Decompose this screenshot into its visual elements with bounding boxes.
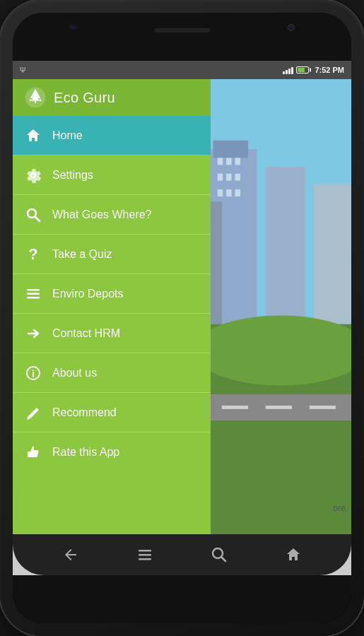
svg-rect-17 xyxy=(226,158,231,165)
svg-rect-29 xyxy=(266,406,292,409)
svg-rect-14 xyxy=(314,184,351,324)
svg-rect-28 xyxy=(222,406,248,409)
menu-item-settings[interactable]: Settings xyxy=(13,155,211,195)
menu-label-settings: Settings xyxy=(52,169,93,182)
svg-rect-15 xyxy=(211,201,222,324)
thumbsup-icon xyxy=(24,443,42,461)
svg-rect-20 xyxy=(226,174,231,181)
list-icon xyxy=(24,285,42,303)
status-left-icons: Ψ xyxy=(20,66,25,74)
home-icon xyxy=(24,126,42,145)
screen: Ψ 7:52 PM xyxy=(13,61,351,575)
signal-bar-3 xyxy=(288,69,290,74)
svg-rect-19 xyxy=(218,174,223,181)
menu-button[interactable] xyxy=(131,541,159,569)
menu-label-home: Home xyxy=(52,129,83,142)
menu-item-contact-hrm[interactable]: Contact HRM xyxy=(13,314,211,353)
search-nav-button[interactable] xyxy=(205,541,233,569)
svg-line-2 xyxy=(35,217,40,221)
signal-bar-2 xyxy=(286,70,288,74)
navigation-drawer: Eco Guru Home xyxy=(13,79,211,534)
status-time: 7:52 PM xyxy=(315,66,344,74)
svg-rect-4 xyxy=(27,293,40,295)
sensor xyxy=(69,25,76,30)
phone-device: Ψ 7:52 PM xyxy=(0,0,364,636)
svg-rect-13 xyxy=(266,167,305,324)
svg-rect-30 xyxy=(310,406,336,409)
signal-bar-4 xyxy=(291,67,293,74)
menu-label-rate-this-app: Rate this App xyxy=(52,446,119,459)
svg-point-26 xyxy=(211,315,351,385)
menu-item-rate-this-app[interactable]: Rate this App xyxy=(13,432,211,472)
svg-rect-9 xyxy=(28,452,30,457)
main-content: Eco Guru Home xyxy=(13,79,351,534)
bottom-navigation xyxy=(13,534,351,575)
menu-label-contact-hrm: Contact HRM xyxy=(52,327,120,340)
status-icons: 7:52 PM xyxy=(283,66,344,74)
top-bezel xyxy=(13,13,351,61)
svg-line-35 xyxy=(221,557,225,561)
menu-label-recommend: Recommend xyxy=(52,406,117,419)
menu-label-about-us: About us xyxy=(52,367,97,379)
drawer-header: Eco Guru xyxy=(13,79,211,116)
svg-rect-5 xyxy=(27,297,40,299)
speaker-grille xyxy=(154,27,211,33)
app-bottom-text: ore. xyxy=(333,503,348,513)
search-icon xyxy=(24,206,42,224)
menu-item-take-a-quiz[interactable]: ? Take a Quiz xyxy=(13,235,211,274)
back-button[interactable] xyxy=(57,541,85,569)
quiz-icon: ? xyxy=(24,245,42,264)
svg-rect-22 xyxy=(218,189,223,196)
svg-rect-23 xyxy=(226,189,231,196)
svg-point-8 xyxy=(33,370,34,371)
bottom-bezel xyxy=(13,575,351,623)
phone-inner: Ψ 7:52 PM xyxy=(13,13,351,623)
battery-icon xyxy=(296,66,309,73)
svg-rect-12 xyxy=(213,141,249,158)
background-scene xyxy=(211,79,351,534)
menu-label-what-goes-where: What Goes Where? xyxy=(52,208,152,221)
svg-rect-24 xyxy=(235,189,240,196)
status-bar: Ψ 7:52 PM xyxy=(13,61,351,79)
pencil-icon xyxy=(24,404,42,422)
svg-rect-3 xyxy=(27,289,40,291)
app-title: Eco Guru xyxy=(54,90,115,106)
menu-item-about-us[interactable]: About us xyxy=(13,353,211,393)
front-camera xyxy=(288,24,295,31)
menu-item-enviro-depots[interactable]: Enviro Depots xyxy=(13,274,211,314)
info-icon xyxy=(24,364,42,382)
svg-rect-16 xyxy=(218,158,223,165)
svg-rect-32 xyxy=(139,554,151,556)
svg-rect-31 xyxy=(139,550,151,552)
signal-icon xyxy=(283,66,293,74)
menu-item-what-goes-where[interactable]: What Goes Where? xyxy=(13,195,211,235)
svg-rect-33 xyxy=(139,558,151,560)
menu-item-recommend[interactable]: Recommend xyxy=(13,393,211,432)
menu-label-enviro-depots: Enviro Depots xyxy=(52,288,124,300)
battery-fill xyxy=(298,68,305,72)
svg-rect-21 xyxy=(235,174,240,181)
arrow-icon xyxy=(24,324,42,343)
signal-bar-1 xyxy=(283,71,285,74)
app-background: ore. xyxy=(211,79,351,534)
home-nav-button[interactable] xyxy=(279,541,307,569)
svg-rect-18 xyxy=(235,158,240,165)
menu-label-take-a-quiz: Take a Quiz xyxy=(52,248,112,261)
recycle-icon xyxy=(24,86,47,109)
menu-item-home[interactable]: Home xyxy=(13,116,211,155)
settings-icon xyxy=(24,166,42,184)
